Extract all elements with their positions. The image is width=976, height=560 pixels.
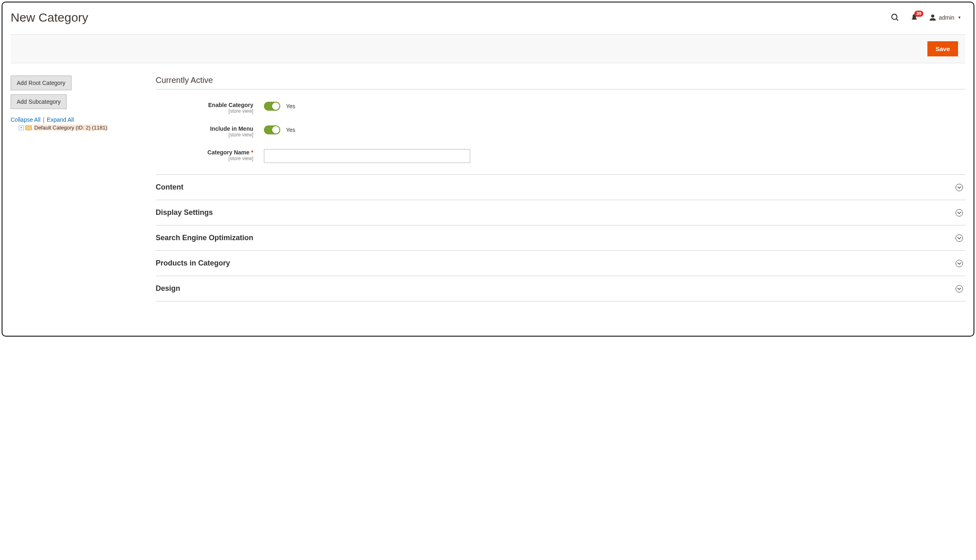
tree-toggle-links: Collapse All | Expand All: [11, 116, 156, 123]
admin-user-name: admin: [939, 14, 954, 21]
tree-expand-icon[interactable]: +: [19, 125, 24, 130]
tree-node-label: Default Category (ID: 2) (1181): [34, 125, 108, 131]
add-subcategory-button[interactable]: Add Subcategory: [11, 94, 67, 109]
accordion-seo[interactable]: Search Engine Optimization: [156, 225, 965, 251]
enable-category-scope: [store view]: [156, 108, 253, 114]
user-icon: [929, 14, 936, 21]
folder-icon: [25, 125, 32, 130]
enable-category-value: Yes: [286, 103, 295, 109]
category-name-label: Category Name: [208, 149, 250, 156]
field-category-name: Category Name* [store view]: [156, 149, 965, 163]
enable-category-toggle[interactable]: [264, 102, 280, 111]
accordion-display-settings[interactable]: Display Settings: [156, 200, 965, 225]
tree-node[interactable]: + Default Category (ID: 2) (1181): [19, 125, 156, 131]
field-include-in-menu: Include in Menu [store view] Yes: [156, 125, 965, 138]
accordion-content-label: Content: [156, 183, 183, 192]
svg-point-0: [892, 14, 897, 20]
include-in-menu-toggle[interactable]: [264, 125, 280, 134]
category-tree-panel: Add Root Category Add Subcategory Collap…: [11, 76, 156, 301]
section-divider: [156, 89, 965, 89]
add-root-category-button[interactable]: Add Root Category: [11, 76, 71, 90]
separator: |: [43, 116, 45, 123]
accordion-products[interactable]: Products in Category: [156, 251, 965, 276]
category-name-input[interactable]: [264, 149, 470, 163]
chevron-down-icon: [956, 184, 963, 191]
include-in-menu-scope: [store view]: [156, 132, 253, 138]
expand-all-link[interactable]: Expand All: [47, 116, 74, 123]
svg-point-2: [931, 15, 934, 18]
notifications-icon[interactable]: 39: [910, 13, 918, 22]
section-title: Currently Active: [156, 76, 965, 85]
chevron-down-icon: [956, 260, 963, 267]
accordion-products-label: Products in Category: [156, 259, 230, 268]
accordion-seo-label: Search Engine Optimization: [156, 234, 253, 242]
enable-category-label: Enable Category: [208, 102, 253, 108]
page-title: New Category: [11, 11, 88, 25]
field-enable-category: Enable Category [store view] Yes: [156, 102, 965, 114]
include-in-menu-label: Include in Menu: [210, 125, 253, 132]
accordion-design-label: Design: [156, 284, 180, 293]
include-in-menu-value: Yes: [286, 127, 295, 133]
accordion-display-settings-label: Display Settings: [156, 208, 213, 217]
required-mark: *: [251, 149, 253, 156]
action-bar: Save: [11, 34, 965, 63]
accordion-design[interactable]: Design: [156, 276, 965, 301]
svg-line-1: [896, 19, 898, 21]
notification-badge: 39: [914, 11, 923, 17]
chevron-down-icon: [956, 209, 963, 216]
save-button[interactable]: Save: [927, 41, 958, 56]
category-name-scope: [store view]: [156, 156, 253, 161]
collapse-all-link[interactable]: Collapse All: [11, 116, 40, 123]
admin-user-menu[interactable]: admin ▼: [929, 14, 961, 21]
search-icon[interactable]: [891, 13, 900, 22]
form-panel: Currently Active Enable Category [store …: [156, 76, 965, 301]
chevron-down-icon: [956, 285, 963, 292]
chevron-down-icon: ▼: [958, 16, 961, 20]
header-actions: 39 admin ▼: [891, 13, 965, 22]
page-header: New Category 39 admin ▼: [11, 11, 965, 25]
accordion-content[interactable]: Content: [156, 174, 965, 200]
chevron-down-icon: [956, 234, 963, 242]
